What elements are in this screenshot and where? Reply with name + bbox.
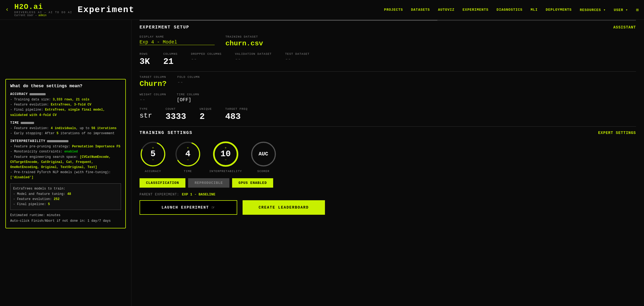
- test-dataset-value[interactable]: --: [285, 57, 309, 62]
- progress-bar: [140, 20, 636, 21]
- unique-value: 2: [200, 112, 212, 122]
- back-arrow-icon[interactable]: ‹: [5, 6, 9, 13]
- interpretability-knob-item: + 10 − INTERPRETABILITY: [209, 141, 242, 173]
- nav-experiments[interactable]: EXPERIMENTS: [463, 8, 489, 12]
- target-column-value[interactable]: Churn?: [140, 80, 167, 88]
- nav-diagnostics[interactable]: DIAGNOSTICS: [497, 8, 523, 12]
- launch-experiment-button[interactable]: LAUNCH EXPERIMENT ☞: [140, 200, 237, 215]
- parent-experiment-row: PARENT EXPERIMENT: EXP 1 - BASELINE: [140, 192, 636, 196]
- time-knob[interactable]: + 4 −: [174, 141, 201, 167]
- display-name-input[interactable]: [140, 39, 215, 45]
- accuracy-knob[interactable]: + 5 −: [140, 141, 166, 167]
- models-inner-box: ExtraTrees models to train: - Model and …: [10, 183, 121, 210]
- settings-box-title: What do these settings mean?: [10, 84, 121, 89]
- parent-experiment-label: PARENT EXPERIMENT:: [140, 193, 179, 196]
- type-value: str: [140, 112, 152, 120]
- interpretability-minus[interactable]: −: [225, 158, 226, 162]
- time-section: TIME - Feature evolution: 4 individuals,…: [10, 121, 121, 136]
- right-panel: EXPERIMENT SETUP ASSISTANT DISPLAY NAME …: [131, 20, 644, 306]
- columns-stat: COLUMNS 21: [163, 52, 177, 67]
- interpretability-knob[interactable]: + 10 −: [212, 141, 239, 167]
- time-minus[interactable]: −: [187, 158, 189, 162]
- nav-left: ‹ H2O.ai DRIVERLESS AI — AI TO DO AI Cur…: [5, 3, 134, 17]
- classification-button[interactable]: CLASSIFICATION: [140, 178, 185, 188]
- accuracy-minus[interactable]: −: [152, 158, 154, 162]
- test-dataset-stat: TEST DATASET --: [285, 52, 309, 67]
- validation-dataset-stat: VALIDATION DATASET --: [235, 52, 272, 67]
- nav-datasets[interactable]: DATASETS: [411, 8, 430, 12]
- target-freq-label: TARGET FREQ: [225, 107, 248, 111]
- time-label: TIME: [10, 121, 121, 125]
- accuracy-knob-item: + 5 − ACCURACY: [140, 141, 166, 173]
- assistant-button[interactable]: ASSISTANT: [613, 25, 636, 30]
- columns-label: COLUMNS: [163, 52, 177, 56]
- time-column-field: TIME COLUMN [OFF]: [177, 93, 199, 103]
- divider-1: [140, 71, 636, 72]
- runtime-text: Estimated runtime: minutes Auto-click Fi…: [10, 213, 121, 224]
- reproducible-button[interactable]: REPRODUCIBLE: [188, 178, 229, 188]
- nav-deployments[interactable]: DEPLOYMENTS: [546, 8, 572, 12]
- create-leaderboard-button[interactable]: CREATE LEADERBOARD: [243, 200, 325, 215]
- stats-row-2: TYPE str COUNT 3333 UNIQUE 2 TARGET FREQ…: [140, 107, 636, 122]
- gpus-enabled-button[interactable]: GPUS ENABLED: [232, 178, 273, 188]
- accuracy-knob-content: + 5 −: [140, 141, 166, 167]
- time-bar: [21, 122, 34, 124]
- time-column-value[interactable]: [OFF]: [177, 97, 199, 103]
- interpretability-knob-content: + 10 −: [212, 141, 239, 167]
- time-knob-content: + 4 −: [174, 141, 201, 167]
- time-column-label: TIME COLUMN: [177, 93, 199, 96]
- training-dataset-label: TRAINING DATASET: [225, 35, 263, 38]
- unique-stat: UNIQUE 2: [200, 107, 212, 122]
- scorer-knob[interactable]: AUC: [250, 141, 277, 167]
- nav-resources[interactable]: RESOURCES ▾: [580, 8, 606, 12]
- fold-column-label: FOLD COLUMN: [177, 75, 200, 79]
- scorer-value: AUC: [259, 151, 268, 157]
- accuracy-section: ACCURACY - Training data size: 3,333 row…: [10, 92, 121, 118]
- interpretability-bar: [47, 140, 68, 142]
- brand-tagline: DRIVERLESS AI — AI TO DO AI: [14, 11, 72, 14]
- experiment-setup-header: EXPERIMENT SETUP ASSISTANT: [140, 25, 636, 30]
- test-dataset-label: TEST DATASET: [285, 52, 309, 56]
- display-name-field: DISPLAY NAME: [140, 35, 215, 48]
- scorer-knob-item: AUC SCORER: [250, 141, 277, 173]
- display-training-row: DISPLAY NAME TRAINING DATASET churn.csv: [140, 35, 636, 48]
- grid-icon[interactable]: ⊞: [636, 7, 639, 13]
- top-navigation: ‹ H2O.ai DRIVERLESS AI — AI TO DO AI Cur…: [0, 0, 644, 20]
- target-freq-stat: TARGET FREQ 483: [225, 107, 248, 122]
- scorer-knob-content: AUC: [250, 141, 277, 167]
- rows-label: ROWS: [140, 52, 150, 56]
- target-fold-row: TARGET COLUMN Churn? FOLD COLUMN --: [140, 75, 636, 88]
- weight-column-field: WEIGHT COLUMN --: [140, 93, 166, 103]
- nav-user[interactable]: USER ▾: [614, 8, 628, 12]
- weight-column-value[interactable]: --: [140, 97, 166, 103]
- training-dataset-value[interactable]: churn.csv: [225, 39, 263, 48]
- fold-column-value[interactable]: --: [177, 80, 200, 85]
- weight-time-row: WEIGHT COLUMN -- TIME COLUMN [OFF]: [140, 93, 636, 103]
- validation-dataset-value[interactable]: --: [235, 57, 272, 62]
- time-text: - Feature evolution: 4 individuals, up t…: [10, 126, 121, 136]
- inner-box-content: ExtraTrees models to train: - Model and …: [13, 186, 118, 207]
- user-link[interactable]: admin: [38, 14, 46, 17]
- type-stat: TYPE str: [140, 107, 152, 122]
- brand-sub: Current User – admin: [14, 14, 72, 17]
- cursor-icon: ☞: [212, 205, 215, 210]
- training-settings-title: TRAINING SETTINGS: [140, 130, 192, 135]
- nav-autoviz[interactable]: AUTOVIZ: [438, 8, 455, 12]
- target-column-label: TARGET COLUMN: [140, 75, 167, 79]
- weight-column-label: WEIGHT COLUMN: [140, 93, 166, 96]
- stats-row-1: ROWS 3K COLUMNS 21 DROPPED COLUMNS -- VA…: [140, 52, 636, 67]
- user-label: Current User –: [14, 14, 37, 17]
- target-freq-value: 483: [225, 112, 248, 122]
- training-dataset-field: TRAINING DATASET churn.csv: [225, 35, 263, 48]
- expert-settings-button[interactable]: EXPERT SETTINGS: [598, 131, 636, 135]
- rows-stat: ROWS 3K: [140, 52, 150, 67]
- dropped-columns-value[interactable]: --: [191, 57, 222, 62]
- time-value: 4: [185, 150, 190, 158]
- nav-projects[interactable]: PROJECTS: [384, 8, 403, 12]
- parent-experiment-value[interactable]: EXP 1 - BASELINE: [182, 192, 215, 196]
- time-knob-label: TIME: [184, 170, 192, 173]
- experiment-setup-title: EXPERIMENT SETUP: [140, 25, 189, 30]
- interpretability-value: 10: [221, 150, 231, 158]
- divider-2: [140, 126, 636, 127]
- nav-mli[interactable]: MLI: [530, 8, 537, 12]
